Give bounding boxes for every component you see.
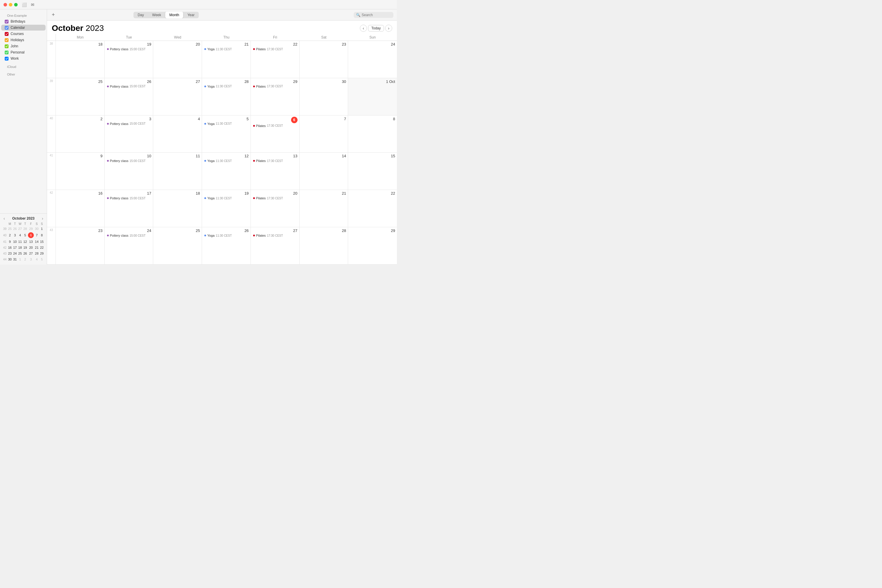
calendar-event[interactable]: Pottery class15:00 CEST [106, 196, 152, 200]
calendar-event[interactable]: Pottery class15:00 CEST [106, 122, 152, 126]
search-input[interactable] [362, 13, 391, 17]
mini-cal-day[interactable]: 6 [28, 232, 34, 239]
mini-cal-day[interactable]: 5 [39, 256, 44, 262]
minimize-button[interactable] [9, 3, 12, 6]
calendar-day-cell[interactable]: 28Yoga11:30 CEST [202, 78, 251, 115]
mini-cal-day[interactable]: 20 [28, 244, 34, 250]
add-event-button[interactable]: + [51, 12, 56, 18]
cal-prev-button[interactable]: ‹ [360, 25, 367, 32]
calendar-event[interactable]: Yoga11:30 CEST [204, 47, 249, 51]
mini-cal-day[interactable]: 5 [22, 232, 28, 239]
calendar-day-cell[interactable]: 19Yoga11:30 CEST [202, 190, 251, 227]
mini-cal-prev-button[interactable]: ‹ [3, 216, 6, 221]
birthdays-checkbox[interactable] [5, 20, 9, 24]
view-week-button[interactable]: Week [148, 12, 165, 18]
sidebar-item-holidays[interactable]: Holidays [1, 37, 46, 43]
calendar-day-cell[interactable]: 24 [348, 41, 397, 78]
today-button[interactable]: Today [368, 25, 384, 32]
mini-cal-day[interactable]: 24 [12, 250, 17, 256]
calendar-day-cell[interactable]: 9 [56, 153, 105, 190]
calendar-event[interactable]: Pilates17:30 CEST [252, 47, 297, 51]
cal-next-button[interactable]: › [385, 25, 392, 32]
sidebar-item-birthdays[interactable]: Birthdays [1, 18, 46, 24]
calendar-day-cell[interactable]: 4 [153, 116, 202, 153]
calendar-day-cell[interactable]: 22Pilates17:30 CEST [251, 41, 300, 78]
calendar-event[interactable]: Pottery class15:00 CEST [106, 159, 152, 163]
calendar-day-cell[interactable]: 10Pottery class15:00 CEST [105, 153, 153, 190]
mini-cal-day[interactable]: 27 [18, 226, 22, 232]
calendar-day-cell[interactable]: 28 [300, 227, 348, 264]
calendar-day-cell[interactable]: 11 [153, 153, 202, 190]
calendar-event[interactable]: Pilates17:30 CEST [252, 159, 297, 163]
calendar-day-cell[interactable]: 26Pottery class15:00 CEST [105, 78, 153, 115]
calendar-day-cell[interactable]: 13Pilates17:30 CEST [251, 153, 300, 190]
mini-cal-day[interactable]: 25 [8, 226, 12, 232]
sidebar-toggle-icon[interactable]: ⬜ [22, 2, 27, 7]
holidays-checkbox[interactable] [5, 38, 9, 42]
personal-checkbox[interactable] [5, 51, 9, 54]
courses-checkbox[interactable] [5, 32, 9, 36]
calendar-day-cell[interactable]: 12Yoga11:30 CEST [202, 153, 251, 190]
work-checkbox[interactable] [5, 57, 9, 61]
mini-cal-day[interactable]: 23 [8, 250, 12, 256]
calendar-day-cell[interactable]: 20 [153, 41, 202, 78]
mini-cal-day[interactable]: 18 [18, 244, 22, 250]
mini-cal-day[interactable]: 15 [39, 239, 44, 244]
mini-cal-day[interactable]: 26 [12, 226, 17, 232]
sidebar-item-john[interactable]: John [1, 43, 46, 49]
mini-cal-day[interactable]: 22 [39, 244, 44, 250]
mini-cal-day[interactable]: 9 [8, 239, 12, 244]
mini-cal-next-button[interactable]: › [41, 216, 44, 221]
calendar-event[interactable]: Pottery class15:00 CEST [106, 233, 152, 237]
mini-cal-day[interactable]: 16 [8, 244, 12, 250]
calendar-event[interactable]: Yoga11:30 CEST [204, 196, 249, 200]
calendar-day-cell[interactable]: 20Pilates17:30 CEST [251, 190, 300, 227]
mini-cal-day[interactable]: 8 [39, 232, 44, 239]
calendar-day-cell[interactable]: 18 [153, 190, 202, 227]
calendar-day-cell[interactable]: 23 [300, 41, 348, 78]
mini-cal-day[interactable]: 27 [28, 250, 34, 256]
mini-cal-day[interactable]: 25 [18, 250, 22, 256]
calendar-event[interactable]: Yoga11:30 CEST [204, 122, 249, 126]
mini-cal-day[interactable]: 30 [34, 226, 39, 232]
calendar-event[interactable]: Pilates17:30 CEST [252, 124, 297, 128]
calendar-day-cell[interactable]: 29Pilates17:30 CEST [251, 78, 300, 115]
calendar-event[interactable]: Pilates17:30 CEST [252, 84, 297, 88]
sidebar-item-personal[interactable]: Personal [1, 50, 46, 55]
calendar-event[interactable]: Pilates17:30 CEST [252, 196, 297, 200]
calendar-day-cell[interactable]: 29 [348, 227, 397, 264]
view-day-button[interactable]: Day [134, 12, 148, 18]
calendar-event[interactable]: Yoga11:30 CEST [204, 233, 249, 237]
calendar-day-cell[interactable]: 2 [56, 116, 105, 153]
calendar-day-cell[interactable]: 25 [56, 78, 105, 115]
calendar-event[interactable]: Pottery class15:00 CEST [106, 47, 152, 51]
calendar-event[interactable]: Yoga11:30 CEST [204, 159, 249, 163]
john-checkbox[interactable] [5, 44, 9, 48]
mini-cal-day[interactable]: 3 [12, 232, 17, 239]
calendar-event[interactable]: Pilates17:30 CEST [252, 233, 297, 237]
mini-cal-day[interactable]: 2 [8, 232, 12, 239]
calendar-day-cell[interactable]: 17Pottery class15:00 CEST [105, 190, 153, 227]
mini-cal-day[interactable]: 7 [34, 232, 39, 239]
calendar-day-cell[interactable]: 21Yoga11:30 CEST [202, 41, 251, 78]
search-box[interactable]: 🔍 [354, 12, 393, 18]
calendar-day-cell[interactable]: 22 [348, 190, 397, 227]
view-month-button[interactable]: Month [165, 12, 183, 18]
calendar-day-cell[interactable]: 24Pottery class15:00 CEST [105, 227, 153, 264]
calendar-day-cell[interactable]: 6Pilates17:30 CEST [251, 116, 300, 153]
calendar-day-cell[interactable]: 14 [300, 153, 348, 190]
mini-cal-day[interactable]: 4 [18, 232, 22, 239]
mini-cal-day[interactable]: 29 [28, 226, 34, 232]
calendar-checkbox[interactable] [5, 26, 9, 30]
mini-cal-day[interactable]: 4 [34, 256, 39, 262]
calendar-event[interactable]: Yoga11:30 CEST [204, 84, 249, 88]
close-button[interactable] [3, 3, 7, 6]
calendar-day-cell[interactable]: 27 [153, 78, 202, 115]
mini-cal-day[interactable]: 1 [18, 256, 22, 262]
mini-cal-day[interactable]: 19 [22, 244, 28, 250]
maximize-button[interactable] [14, 3, 18, 6]
mini-cal-day[interactable]: 30 [8, 256, 12, 262]
sidebar-item-work[interactable]: Work [1, 56, 46, 62]
mini-cal-day[interactable]: 14 [34, 239, 39, 244]
mini-cal-day[interactable]: 13 [28, 239, 34, 244]
